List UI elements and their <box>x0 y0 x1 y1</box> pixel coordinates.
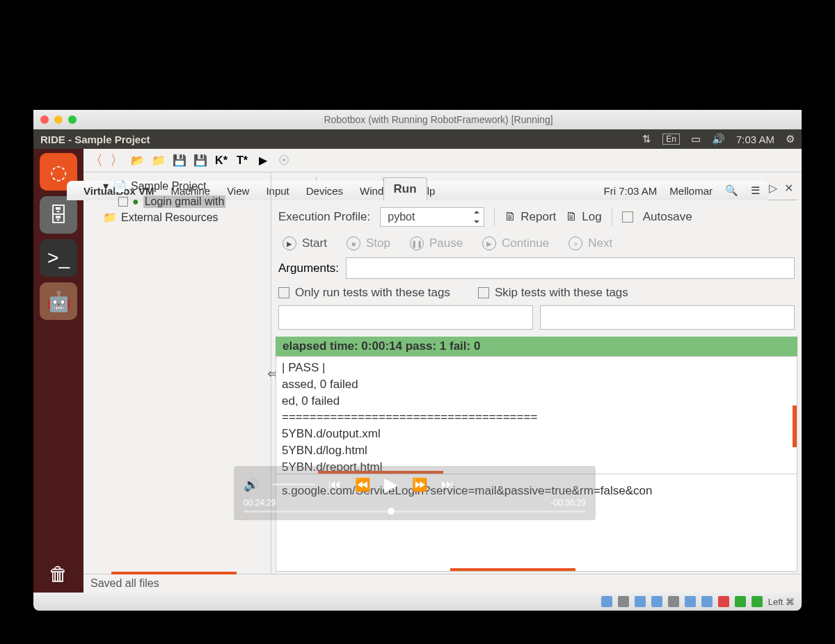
close-window-button[interactable] <box>40 115 49 124</box>
nav-back-button[interactable]: 〈 <box>89 151 103 170</box>
battery-icon[interactable]: ▭ <box>691 133 701 145</box>
tree-external-row[interactable]: 📁 External Resources <box>89 209 265 225</box>
video-player-overlay[interactable]: 🔊 ⏮ ⏪ ▶ ⏩ ⏭ 00:24:29 -00:36:29 <box>234 466 596 520</box>
keyboard-layout[interactable]: En <box>662 134 680 145</box>
console-line: 5YBN.d/output.xml <box>282 426 791 442</box>
menu-icon[interactable]: ☰ <box>751 184 760 197</box>
mac-clock[interactable]: Fri 7:03 AM <box>604 185 658 197</box>
arguments-input[interactable] <box>346 257 795 279</box>
vm-usb-icon[interactable] <box>668 596 679 607</box>
log-button[interactable]: 🗎Log <box>566 210 601 224</box>
console-line: assed, 0 failed <box>282 376 791 393</box>
only-tags-input[interactable] <box>278 305 533 330</box>
seek-bar[interactable] <box>244 510 586 513</box>
nav-forward-button[interactable]: 〉 <box>110 151 124 170</box>
save-icon[interactable]: 💾 <box>173 154 186 168</box>
spotlight-icon[interactable]: 🔍 <box>725 184 738 197</box>
tree-project-row[interactable]: ▾ 📄 Sample Project <box>89 178 265 194</box>
testcase-checkbox[interactable] <box>118 197 128 207</box>
vm-network-icon[interactable] <box>651 596 662 607</box>
volume-icon[interactable]: 🔊 <box>712 133 725 145</box>
skip-tags-checkbox[interactable] <box>478 287 489 298</box>
play-icon[interactable]: ▶ <box>384 474 398 495</box>
autosave-label: Autosave <box>643 210 692 224</box>
terminal-icon[interactable]: >_ <box>40 239 77 277</box>
scrollbar-vertical[interactable] <box>793 405 797 447</box>
arguments-label: Arguments: <box>278 261 339 275</box>
vm-disk-icon[interactable] <box>601 596 612 607</box>
report-page-icon: 🗎 <box>504 210 516 224</box>
save-all-icon[interactable]: 💾 <box>193 154 207 168</box>
scrollbar-horizontal[interactable] <box>111 572 237 574</box>
volume-slider[interactable] <box>273 483 315 485</box>
skip-tags-input[interactable] <box>540 305 795 330</box>
suite-icon: 📄 <box>113 179 127 193</box>
vm-record-icon[interactable] <box>718 596 729 607</box>
run-console[interactable]: | PASS | assed, 0 failed ed, 0 failed ==… <box>276 356 797 474</box>
tab-run[interactable]: Run <box>383 177 427 200</box>
console-line: | PASS | <box>282 360 791 376</box>
collapse-icon[interactable]: ▾ <box>103 179 109 193</box>
robot-app-icon[interactable]: 🤖 <box>40 282 77 320</box>
tab-next-icon[interactable]: ▷ <box>769 182 777 195</box>
ride-toolbar: 〈 〉 📂 📁 💾 💾 K* T* ▶ ⦿ <box>84 149 802 172</box>
profile-combo[interactable]: pybot <box>380 207 484 227</box>
maximize-window-button[interactable] <box>68 115 77 124</box>
open-folder-icon[interactable]: 📁 <box>152 154 166 168</box>
ubuntu-clock[interactable]: 7:03 AM <box>736 134 774 145</box>
autosave-checkbox[interactable] <box>622 211 633 223</box>
minimize-window-button[interactable] <box>54 115 63 124</box>
menu-devices[interactable]: Devices <box>306 185 343 197</box>
app-window-title: RIDE - Sample Project <box>40 134 631 145</box>
only-tags-option[interactable]: Only run tests with these tags <box>278 286 450 300</box>
next-icon[interactable]: ⏭ <box>441 477 454 492</box>
forward-icon[interactable]: ⏩ <box>412 477 427 492</box>
open-file-icon[interactable]: 📂 <box>131 154 145 168</box>
vm-window-titlebar: Robotbox (with Running RobotFramework) [… <box>33 110 802 129</box>
run-small-icon[interactable]: ▶ <box>256 154 270 168</box>
skip-tags-option[interactable]: Skip tests with these tags <box>478 286 628 300</box>
vm-mouse-icon[interactable] <box>735 596 746 607</box>
console-line: ===================================== <box>282 409 791 426</box>
log-page-icon: 🗎 <box>566 210 578 224</box>
vm-keyboard-icon[interactable] <box>752 596 763 607</box>
ubuntu-top-panel: RIDE - Sample Project ⇅ En ▭ 🔊 7:03 AM ⚙ <box>33 129 802 149</box>
run-status-bar: elapsed time: 0:00:14 pass: 1 fail: 0 <box>276 337 797 356</box>
robot-run-icon: ● <box>132 195 139 208</box>
system-gear-icon[interactable]: ⚙ <box>786 133 795 145</box>
time-remaining: -00:36:29 <box>550 498 586 508</box>
only-tags-checkbox[interactable] <box>278 287 289 298</box>
unity-launcher: ◌ 🗄 >_ 🤖 🗑 <box>33 149 84 593</box>
stop-small-icon[interactable]: ⦿ <box>277 154 291 168</box>
vm-display-icon[interactable] <box>701 596 713 607</box>
rewind-icon[interactable]: ⏪ <box>355 477 370 492</box>
profile-label: Execution Profile: <box>278 210 370 224</box>
ride-statusbar: Saved all files <box>84 574 802 593</box>
pause-button[interactable]: ❚❚Pause <box>410 236 463 250</box>
vm-optical-icon[interactable] <box>618 596 629 607</box>
prev-icon[interactable]: ⏮ <box>328 477 341 492</box>
start-button[interactable]: ▶Start <box>283 236 327 250</box>
tree-testcase-row[interactable]: ● Login gmail with <box>89 194 265 209</box>
time-elapsed: 00:24:29 <box>244 498 276 508</box>
stop-button[interactable]: ■Stop <box>347 236 390 250</box>
vm-shared-icon[interactable] <box>685 596 696 607</box>
mac-user[interactable]: Mellomar <box>669 185 713 197</box>
trash-icon[interactable]: 🗑 <box>40 555 77 593</box>
keyword-icon[interactable]: K* <box>214 154 228 168</box>
testcase-icon[interactable]: T* <box>235 154 249 168</box>
continue-button[interactable]: ▶Continue <box>482 236 549 250</box>
network-icon[interactable]: ⇅ <box>642 133 651 145</box>
vm-title: Robotbox (with Running RobotFramework) [… <box>82 114 795 125</box>
report-button[interactable]: 🗎Report <box>504 210 556 224</box>
files-icon[interactable]: 🗄 <box>40 196 77 234</box>
console-line: 5YBN.d/log.html <box>282 442 791 459</box>
next-button[interactable]: »Next <box>568 236 612 250</box>
mute-icon[interactable]: 🔊 <box>244 477 259 492</box>
tab-close-icon[interactable]: ✕ <box>784 182 793 195</box>
vm-audio-icon[interactable] <box>635 596 646 607</box>
vm-host-key: Left ⌘ <box>768 597 795 607</box>
console-line: ed, 0 failed <box>282 393 791 410</box>
vm-status-bar: Left ⌘ <box>33 593 802 611</box>
scrollbar-horizontal[interactable] <box>450 568 575 571</box>
